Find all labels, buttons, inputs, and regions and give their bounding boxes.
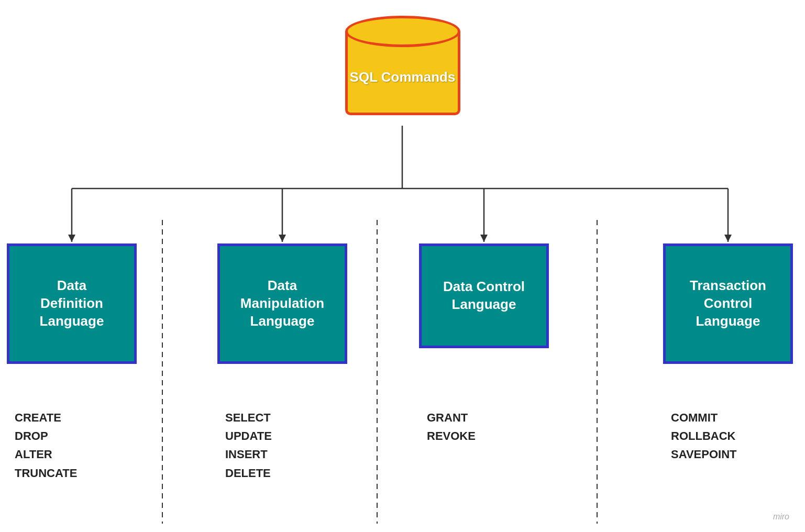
ddl-cmd-truncate: TRUNCATE <box>15 464 77 482</box>
ddl-box: DataDefinitionLanguage <box>7 243 137 364</box>
dml-cmd-delete: DELETE <box>225 464 272 482</box>
tcl-label: TransactionControlLanguage <box>690 277 766 330</box>
svg-marker-9 <box>724 235 732 242</box>
dcl-box: Data ControlLanguage <box>419 243 549 348</box>
dcl-cmd-revoke: REVOKE <box>427 427 476 445</box>
dml-cmd-insert: INSERT <box>225 445 272 463</box>
cylinder-top <box>345 16 460 47</box>
dcl-label: Data ControlLanguage <box>443 278 525 314</box>
ddl-cmd-drop: DROP <box>15 427 77 445</box>
diagram-container: SQL Commands DataDefinitionLanguage Data… <box>0 0 805 532</box>
svg-marker-7 <box>480 235 488 242</box>
ddl-cmd-alter: ALTER <box>15 445 77 463</box>
dml-cmd-select: SELECT <box>225 408 272 427</box>
db-label: SQL Commands <box>350 69 456 86</box>
dml-label: DataManipulationLanguage <box>240 277 324 330</box>
tcl-cmd-rollback: ROLLBACK <box>671 427 737 445</box>
dml-box: DataManipulationLanguage <box>217 243 347 364</box>
svg-marker-3 <box>68 235 75 242</box>
miro-watermark: miro <box>773 512 789 522</box>
dml-cmd-update: UPDATE <box>225 427 272 445</box>
svg-marker-5 <box>279 235 286 242</box>
tcl-cmd-commit: COMMIT <box>671 408 737 427</box>
dcl-commands: GRANT REVOKE <box>427 408 476 445</box>
tcl-cmd-savepoint: SAVEPOINT <box>671 445 737 463</box>
ddl-label: DataDefinitionLanguage <box>40 277 104 330</box>
tcl-commands: COMMIT ROLLBACK SAVEPOINT <box>671 408 737 464</box>
ddl-commands: CREATE DROP ALTER TRUNCATE <box>15 408 77 482</box>
tcl-box: TransactionControlLanguage <box>663 243 793 364</box>
db-cylinder: SQL Commands <box>345 16 460 126</box>
dml-commands: SELECT UPDATE INSERT DELETE <box>225 408 272 482</box>
dcl-cmd-grant: GRANT <box>427 408 476 427</box>
ddl-cmd-create: CREATE <box>15 408 77 427</box>
